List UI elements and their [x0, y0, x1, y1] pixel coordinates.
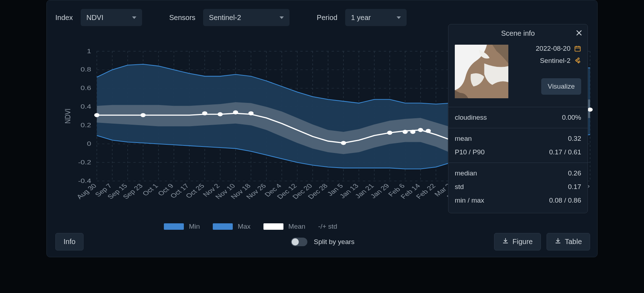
svg-text:0.2: 0.2 — [81, 122, 91, 128]
svg-point-57 — [403, 130, 408, 134]
sensors-value: Sentinel-2 — [209, 14, 241, 22]
period-select[interactable]: 1 year — [345, 9, 407, 26]
chevron-down-icon — [397, 16, 401, 19]
satellite-icon[interactable] — [574, 57, 581, 64]
svg-point-53 — [233, 110, 238, 114]
svg-point-52 — [217, 112, 223, 116]
svg-text:0.6: 0.6 — [81, 85, 91, 91]
scene-thumbnail[interactable] — [455, 45, 508, 98]
svg-text:NDVI: NDVI — [63, 109, 72, 124]
chevron-down-icon — [132, 16, 136, 19]
calendar-icon[interactable] — [574, 45, 581, 52]
sensors-select[interactable]: Sentinel-2 — [203, 9, 290, 26]
svg-point-51 — [202, 111, 207, 115]
stat-minmax: min / max 0.08 / 0.86 — [455, 194, 581, 207]
svg-text:-0.4: -0.4 — [78, 178, 91, 184]
svg-point-55 — [341, 141, 346, 145]
scene-sensor: Sentinel-2 — [540, 57, 570, 65]
stat-std: std 0.17 — [455, 180, 581, 194]
svg-rect-107 — [575, 46, 580, 51]
chart-legend: Min Max Mean -/+ std — [47, 223, 454, 230]
index-select[interactable]: NDVI — [81, 9, 142, 26]
svg-point-49 — [94, 113, 100, 117]
close-icon[interactable] — [575, 29, 583, 38]
download-icon — [502, 238, 509, 246]
index-label: Index — [55, 14, 73, 22]
svg-text:-0.2: -0.2 — [78, 159, 91, 165]
visualize-label: Visualize — [548, 83, 575, 90]
split-years-toggle[interactable] — [291, 238, 307, 246]
svg-text:0: 0 — [87, 140, 91, 147]
legend-min[interactable]: Min — [164, 223, 200, 230]
split-years-label: Split by years — [314, 238, 354, 246]
stat-cloudiness: cloudiness 0.00% — [455, 111, 581, 124]
legend-max[interactable]: Max — [213, 223, 251, 230]
sensors-label: Sensors — [169, 14, 195, 22]
scene-info-panel: Scene info — [448, 24, 588, 213]
visualize-button[interactable]: Visualize — [541, 78, 581, 95]
bottom-bar: Info Split by years Figure Table — [55, 233, 590, 250]
svg-text:0.8: 0.8 — [81, 66, 91, 73]
svg-text:0.4: 0.4 — [81, 103, 91, 110]
period-value: 1 year — [351, 14, 371, 22]
svg-text:Aug 30: Aug 30 — [75, 182, 98, 200]
svg-point-56 — [387, 131, 392, 135]
index-value: NDVI — [86, 14, 104, 22]
svg-point-50 — [141, 113, 146, 117]
svg-point-54 — [248, 111, 254, 115]
download-table-button[interactable]: Table — [547, 233, 590, 250]
chevron-down-icon — [280, 16, 284, 19]
download-icon — [555, 238, 561, 246]
svg-point-60 — [426, 129, 431, 133]
stat-median: median 0.26 — [455, 167, 581, 180]
svg-text:1: 1 — [87, 48, 91, 54]
svg-point-71 — [588, 108, 593, 111]
legend-mean[interactable]: Mean — [263, 223, 306, 230]
stat-mean: mean 0.32 — [455, 132, 581, 145]
info-button[interactable]: Info — [55, 233, 84, 250]
svg-point-59 — [418, 128, 423, 132]
toolbar: Index NDVI Sensors Sentinel-2 Period 1 y… — [55, 9, 590, 26]
app-root: Index NDVI Sensors Sentinel-2 Period 1 y… — [46, 0, 598, 257]
download-figure-button[interactable]: Figure — [494, 233, 541, 250]
period-label: Period — [317, 14, 337, 22]
svg-text:Oct 1: Oct 1 — [141, 182, 160, 197]
scene-date: 2022-08-20 — [536, 45, 570, 53]
legend-std[interactable]: -/+ std — [318, 223, 337, 230]
svg-point-58 — [410, 130, 416, 134]
scene-title: Scene info — [501, 29, 535, 38]
stat-p10p90: P10 / P90 0.17 / 0.61 — [455, 145, 581, 159]
